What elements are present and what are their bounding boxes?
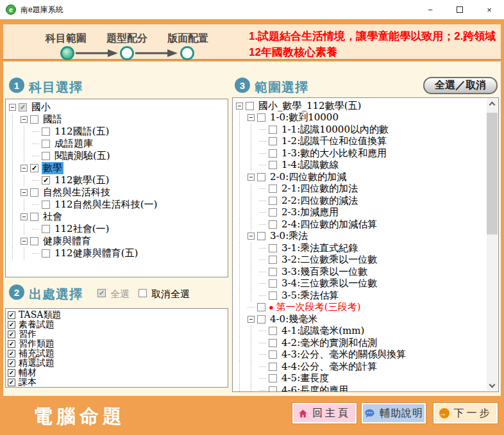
checkbox-unchecked[interactable] [42, 201, 50, 209]
checkbox-checked[interactable] [8, 321, 15, 329]
source-item[interactable]: 輔材 [6, 368, 228, 377]
checkbox-unchecked[interactable] [257, 303, 265, 311]
tree-item[interactable]: 4-3:公分、毫米的關係與換算 [236, 349, 487, 361]
source-item[interactable]: 課本 [6, 377, 228, 387]
checkbox-unchecked[interactable] [269, 339, 277, 347]
collapse-icon[interactable] [248, 114, 255, 121]
checkbox-unchecked[interactable] [257, 113, 265, 122]
collapse-icon[interactable] [21, 213, 28, 220]
checkbox-unchecked[interactable] [42, 249, 50, 258]
next-step-button[interactable]: → 下一步 [433, 403, 498, 423]
checkbox-unchecked[interactable] [269, 256, 277, 264]
checkbox-unchecked[interactable] [269, 197, 277, 205]
checkbox-unchecked[interactable] [269, 363, 277, 371]
tree-item[interactable]: 1-3:數的大小比較和應用 [236, 147, 487, 160]
checkbox-unchecked[interactable] [269, 208, 277, 217]
collapse-icon[interactable] [248, 174, 255, 181]
checkbox-unchecked[interactable] [257, 315, 265, 324]
tree-item[interactable]: 2-3:加減應用 [236, 207, 487, 219]
tree-item[interactable]: 112健康與體育(五) [9, 247, 228, 259]
checkbox-unchecked[interactable] [269, 244, 277, 252]
maximize-button[interactable] [445, 0, 475, 19]
tree-item[interactable]: 4-1:認識毫米(mm) [236, 325, 487, 338]
tree-item[interactable]: 3-5:乘法估算 [236, 290, 487, 302]
checkbox-unchecked[interactable] [42, 140, 50, 148]
tree-item[interactable]: 3-3:幾百乘以一位數 [236, 266, 487, 278]
tree-item[interactable]: 國語 [9, 113, 228, 126]
tree-item[interactable]: 112自然與生活科技(一) [9, 199, 228, 211]
scrollbar-thumb[interactable] [487, 113, 498, 234]
checkbox-unchecked[interactable] [269, 149, 277, 158]
tree-item[interactable]: 國小 [9, 101, 228, 113]
tree-item[interactable]: 3-4:三位數乘以一位數 [236, 278, 487, 290]
tree-item[interactable]: 1-2:認識千位和位值換算 [236, 136, 487, 148]
tree-item[interactable]: 社會 [9, 211, 228, 223]
tree-item[interactable]: ●第一次段考(三段考) [236, 302, 487, 314]
help-button[interactable]: 輔助說明 [362, 403, 426, 423]
checkbox-checked[interactable] [8, 359, 15, 367]
checkbox-checked[interactable] [8, 369, 15, 377]
checkbox-unchecked[interactable] [257, 232, 265, 240]
tree-item[interactable]: 1-0:數到10000 [236, 112, 487, 124]
checkbox-unchecked[interactable] [269, 279, 277, 288]
checkbox-unchecked[interactable] [269, 126, 277, 134]
checkbox-unchecked[interactable] [269, 374, 277, 382]
tree-item[interactable]: 3-1:乘法直式紀錄 [236, 242, 487, 254]
collapse-icon[interactable] [21, 116, 28, 123]
collapse-icon[interactable] [21, 165, 28, 172]
tree-item[interactable]: 1-1:認識10000以內的數 [236, 124, 487, 136]
checkbox-checked[interactable] [42, 176, 50, 185]
tree-item[interactable]: 112數學(五) [9, 174, 228, 186]
checkbox-checked[interactable] [30, 164, 38, 172]
select-all-checkbox[interactable] [97, 289, 106, 297]
checkbox-unchecked[interactable] [269, 327, 277, 335]
tree-item[interactable]: 2-2:四位數的減法 [236, 195, 487, 207]
checkbox-unchecked[interactable] [269, 350, 277, 359]
checkbox-unchecked[interactable] [257, 173, 265, 181]
checkbox-unchecked[interactable] [42, 225, 50, 233]
checkbox-unchecked[interactable] [30, 213, 38, 221]
tree-item[interactable]: 2-1:四位數的加法 [236, 183, 487, 195]
tree-item[interactable]: 4-5:畫長度 [236, 373, 487, 385]
checkbox-unchecked[interactable] [42, 127, 50, 136]
checkbox-checked[interactable] [8, 340, 15, 348]
collapse-icon[interactable] [248, 233, 255, 240]
close-button[interactable]: × [475, 0, 504, 19]
collapse-icon[interactable] [9, 104, 16, 111]
checkbox-unchecked[interactable] [30, 115, 38, 124]
checkbox-checked[interactable] [8, 331, 15, 338]
tree-item[interactable]: 國小_數學_112數學(五) [236, 100, 487, 112]
checkbox-unchecked[interactable] [269, 185, 277, 193]
scroll-up-icon[interactable] [489, 102, 496, 108]
source-item[interactable]: 精選試題 [6, 358, 228, 368]
checkbox-unchecked[interactable] [269, 268, 277, 276]
checkbox-unchecked[interactable] [42, 152, 50, 160]
scrollbar[interactable] [487, 99, 498, 391]
collapse-icon[interactable] [21, 189, 28, 196]
tree-item[interactable]: 4-6:長度的應用 [236, 384, 487, 392]
tree-item[interactable]: 112社會(一) [9, 223, 228, 235]
checkbox-unchecked[interactable] [269, 291, 277, 300]
tree-item[interactable]: 3-2:二位數乘以一位數 [236, 254, 487, 267]
deselect-all-checkbox[interactable] [139, 289, 147, 297]
checkbox-unchecked[interactable] [269, 137, 277, 145]
checkbox-checked[interactable] [8, 311, 15, 319]
collapse-icon[interactable] [21, 238, 28, 245]
collapse-icon[interactable] [236, 103, 243, 110]
checkbox-checked[interactable] [8, 350, 15, 357]
checkbox-unchecked[interactable] [30, 237, 38, 245]
tree-item[interactable]: 2-0:四位數的加減 [236, 171, 487, 183]
minimize-button[interactable]: − [416, 0, 445, 19]
tree-item[interactable]: 4-2:毫米的實測和估測 [236, 337, 487, 349]
checkbox-unchecked[interactable] [269, 161, 277, 169]
checkbox-unchecked[interactable] [269, 386, 277, 392]
checkbox-checked[interactable] [8, 379, 15, 386]
tree-item[interactable]: 自然與生活科技 [9, 186, 228, 199]
tree-item[interactable]: 2-4:四位數的加減估算 [236, 218, 487, 231]
tree-item[interactable]: 1-4:認識數線 [236, 160, 487, 172]
select-all-toggle-button[interactable]: 全選／取消 [423, 77, 498, 94]
tree-item[interactable]: 3-0:乘法 [236, 231, 487, 243]
tree-item[interactable]: 成語題庫 [9, 138, 228, 150]
tree-item[interactable]: 數學 [9, 162, 228, 174]
tree-item[interactable]: 4-4:公分、毫米的計算 [236, 361, 487, 373]
